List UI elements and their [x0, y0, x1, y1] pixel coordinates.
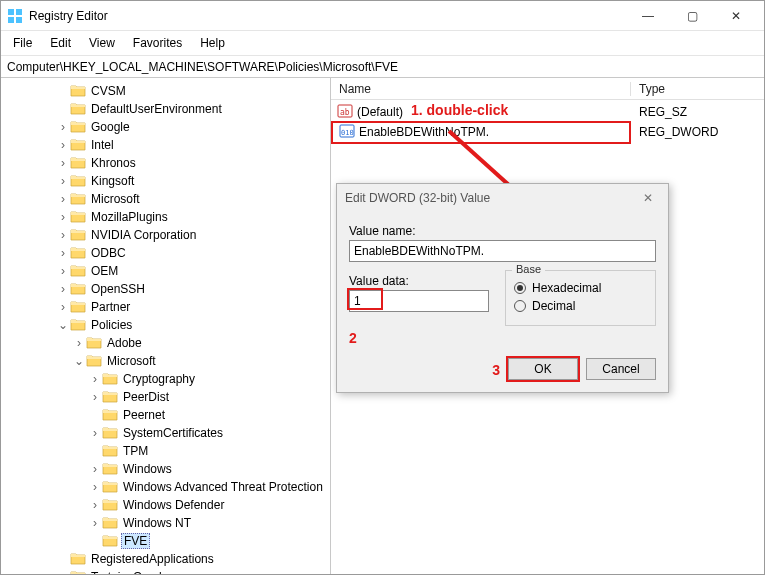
- ok-button[interactable]: OK: [508, 358, 578, 380]
- menu-help[interactable]: Help: [192, 33, 233, 53]
- chevron-right-icon[interactable]: ›: [57, 138, 69, 152]
- tree-item[interactable]: ›Windows: [5, 460, 330, 478]
- maximize-button[interactable]: ▢: [670, 2, 714, 30]
- dialog-body: Value name: Value data: Base: [337, 212, 668, 392]
- menu-view[interactable]: View: [81, 33, 123, 53]
- tree-item[interactable]: ›Windows Advanced Threat Protection: [5, 478, 330, 496]
- tree-item[interactable]: ›NVIDIA Corporation: [5, 226, 330, 244]
- tree-item[interactable]: ›OEM: [5, 262, 330, 280]
- chevron-right-icon[interactable]: ›: [89, 462, 101, 476]
- tree-item[interactable]: ›DefaultUserEnvironment: [5, 100, 330, 118]
- chevron-right-icon[interactable]: ›: [57, 264, 69, 278]
- close-button[interactable]: ✕: [714, 2, 758, 30]
- annotation-step-2: 2: [349, 330, 656, 346]
- key-tree[interactable]: ›CVSM›DefaultUserEnvironment›Google›Inte…: [1, 78, 331, 574]
- radio-dec[interactable]: Decimal: [514, 299, 647, 313]
- tree-item-label: NVIDIA Corporation: [89, 228, 198, 242]
- tree-item[interactable]: ›Microsoft: [5, 190, 330, 208]
- folder-icon: [69, 551, 89, 568]
- value-data-label: Value data:: [349, 274, 489, 288]
- tree-item-label: Peernet: [121, 408, 167, 422]
- tree-item-label: TortoiseOverlays: [89, 570, 182, 574]
- tree-item[interactable]: ›CVSM: [5, 82, 330, 100]
- chevron-right-icon[interactable]: ›: [89, 372, 101, 386]
- tree-item[interactable]: ›TortoiseOverlays: [5, 568, 330, 574]
- chevron-right-icon[interactable]: ›: [89, 516, 101, 530]
- tree-item[interactable]: ›OpenSSH: [5, 280, 330, 298]
- chevron-right-icon[interactable]: ›: [57, 174, 69, 188]
- tree-item[interactable]: ›Intel: [5, 136, 330, 154]
- menu-edit[interactable]: Edit: [42, 33, 79, 53]
- tree-item[interactable]: ›RegisteredApplications: [5, 550, 330, 568]
- chevron-right-icon[interactable]: ›: [57, 246, 69, 260]
- address-input[interactable]: [7, 60, 758, 74]
- edit-dword-dialog: Edit DWORD (32-bit) Value ✕ Value name: …: [336, 183, 669, 393]
- menu-favorites[interactable]: Favorites: [125, 33, 190, 53]
- chevron-right-icon[interactable]: ›: [89, 390, 101, 404]
- chevron-right-icon[interactable]: ›: [57, 120, 69, 134]
- chevron-down-icon[interactable]: ⌄: [57, 318, 69, 332]
- tree-item[interactable]: ›MozillaPlugins: [5, 208, 330, 226]
- folder-icon: [69, 281, 89, 298]
- chevron-right-icon[interactable]: ›: [57, 210, 69, 224]
- chevron-right-icon[interactable]: ›: [57, 282, 69, 296]
- value-name-input[interactable]: [349, 240, 656, 262]
- tree-item-label: Windows NT: [121, 516, 193, 530]
- chevron-right-icon[interactable]: ›: [89, 498, 101, 512]
- value-type-icon: ab: [337, 103, 353, 122]
- tree-item-label: Windows: [121, 462, 174, 476]
- tree-item[interactable]: ›Kingsoft: [5, 172, 330, 190]
- folder-icon: [101, 497, 121, 514]
- tree-item[interactable]: ›FVE: [5, 532, 330, 550]
- tree-item-label: Intel: [89, 138, 116, 152]
- tree-item[interactable]: ›Cryptography: [5, 370, 330, 388]
- tree-item[interactable]: ›SystemCertificates: [5, 424, 330, 442]
- radio-hex[interactable]: Hexadecimal: [514, 281, 647, 295]
- folder-icon: [101, 515, 121, 532]
- dialog-close-button[interactable]: ✕: [636, 191, 660, 205]
- chevron-right-icon[interactable]: ›: [57, 300, 69, 314]
- tree-item[interactable]: ›TPM: [5, 442, 330, 460]
- window-title: Registry Editor: [29, 9, 626, 23]
- tree-item-label: OpenSSH: [89, 282, 147, 296]
- col-name[interactable]: Name: [331, 82, 631, 96]
- chevron-right-icon[interactable]: ›: [89, 426, 101, 440]
- value-row[interactable]: 010EnableBDEWithNoTPM.REG_DWORD: [331, 122, 764, 142]
- folder-icon: [69, 173, 89, 190]
- chevron-right-icon[interactable]: ›: [89, 480, 101, 494]
- chevron-down-icon[interactable]: ⌄: [73, 354, 85, 368]
- tree-item-label: Windows Defender: [121, 498, 226, 512]
- tree-item[interactable]: ⌄Microsoft: [5, 352, 330, 370]
- tree-item-label: Partner: [89, 300, 132, 314]
- tree-item[interactable]: ›Adobe: [5, 334, 330, 352]
- chevron-right-icon[interactable]: ›: [73, 336, 85, 350]
- tree-item[interactable]: ›Google: [5, 118, 330, 136]
- value-name-cell: 010EnableBDEWithNoTPM.: [331, 121, 631, 144]
- cancel-button[interactable]: Cancel: [586, 358, 656, 380]
- chevron-right-icon[interactable]: ›: [57, 192, 69, 206]
- tree-item[interactable]: ›Peernet: [5, 406, 330, 424]
- folder-icon: [85, 335, 105, 352]
- tree-item[interactable]: ›ODBC: [5, 244, 330, 262]
- chevron-right-icon[interactable]: ›: [57, 228, 69, 242]
- tree-item[interactable]: ⌄Policies: [5, 316, 330, 334]
- folder-icon: [69, 317, 89, 334]
- tree-item[interactable]: ›Partner: [5, 298, 330, 316]
- tree-item[interactable]: ›Windows NT: [5, 514, 330, 532]
- value-list: Name Type ab(Default)REG_SZ010EnableBDEW…: [331, 78, 764, 574]
- value-data-input[interactable]: [349, 290, 489, 312]
- value-row[interactable]: ab(Default)REG_SZ: [331, 102, 764, 122]
- radio-dec-icon: [514, 300, 526, 312]
- svg-rect-3: [16, 17, 22, 23]
- menu-file[interactable]: File: [5, 33, 40, 53]
- minimize-button[interactable]: —: [626, 2, 670, 30]
- svg-rect-0: [8, 9, 14, 15]
- col-type[interactable]: Type: [631, 82, 764, 96]
- value-type-cell: REG_DWORD: [631, 125, 764, 139]
- content-area: ›CVSM›DefaultUserEnvironment›Google›Inte…: [1, 78, 764, 574]
- chevron-right-icon[interactable]: ›: [57, 156, 69, 170]
- list-body: ab(Default)REG_SZ010EnableBDEWithNoTPM.R…: [331, 100, 764, 142]
- tree-item[interactable]: ›PeerDist: [5, 388, 330, 406]
- tree-item[interactable]: ›Khronos: [5, 154, 330, 172]
- tree-item[interactable]: ›Windows Defender: [5, 496, 330, 514]
